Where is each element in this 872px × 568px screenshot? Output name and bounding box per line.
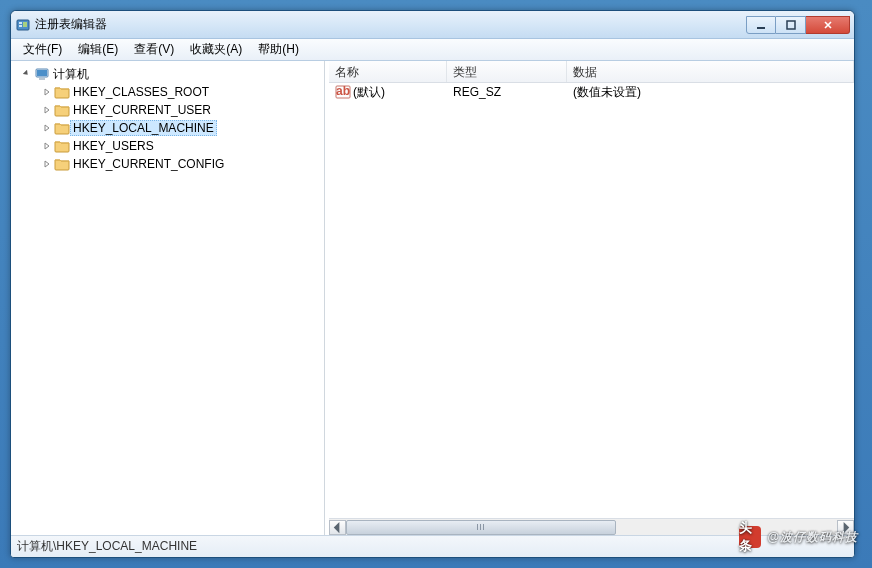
folder-icon — [54, 156, 70, 172]
registry-editor-window: 注册表编辑器 文件(F) 编辑(E) 查看(V) 收藏夹(A) 帮助(H) 计算… — [10, 10, 855, 558]
minimize-button[interactable] — [746, 16, 776, 34]
window-buttons — [746, 16, 850, 34]
window-title: 注册表编辑器 — [35, 16, 746, 33]
tree-hive-hkey-users[interactable]: HKEY_USERS — [13, 137, 322, 155]
menu-file[interactable]: 文件(F) — [15, 39, 70, 60]
menu-help[interactable]: 帮助(H) — [250, 39, 307, 60]
string-value-icon: ab — [335, 85, 351, 99]
status-path: 计算机\HKEY_LOCAL_MACHINE — [17, 538, 197, 555]
regedit-icon — [15, 17, 31, 33]
maximize-button[interactable] — [776, 16, 806, 34]
collapse-icon[interactable] — [21, 68, 33, 80]
menu-edit[interactable]: 编辑(E) — [70, 39, 126, 60]
column-type[interactable]: 类型 — [447, 61, 567, 82]
tree-root[interactable]: 计算机 — [13, 65, 322, 83]
svg-rect-7 — [37, 70, 47, 76]
list-header: 名称 类型 数据 — [329, 61, 854, 83]
list-body[interactable]: ab(默认)REG_SZ(数值未设置) — [329, 83, 854, 518]
tree-hive-hkey-local-machine[interactable]: HKEY_LOCAL_MACHINE — [13, 119, 322, 137]
horizontal-scrollbar[interactable] — [329, 518, 854, 535]
svg-rect-1 — [19, 22, 22, 24]
column-name[interactable]: 名称 — [329, 61, 447, 82]
folder-icon — [54, 120, 70, 136]
tree-hive-hkey-classes-root[interactable]: HKEY_CLASSES_ROOT — [13, 83, 322, 101]
scroll-track[interactable] — [346, 520, 837, 535]
statusbar: 计算机\HKEY_LOCAL_MACHINE — [11, 535, 854, 557]
expand-icon[interactable] — [41, 104, 53, 116]
tree-hive-hkey-current-user[interactable]: HKEY_CURRENT_USER — [13, 101, 322, 119]
tree-hive-label: HKEY_CURRENT_USER — [73, 103, 211, 117]
folder-icon — [54, 102, 70, 118]
value-name: (默认) — [353, 84, 385, 101]
value-data: (数值未设置) — [573, 84, 641, 101]
tree-hive-label: HKEY_USERS — [73, 139, 154, 153]
menu-favorites[interactable]: 收藏夹(A) — [182, 39, 250, 60]
column-data[interactable]: 数据 — [567, 61, 854, 82]
tree-hive-hkey-current-config[interactable]: HKEY_CURRENT_CONFIG — [13, 155, 322, 173]
tree-hive-label: HKEY_CLASSES_ROOT — [73, 85, 209, 99]
expand-icon[interactable] — [41, 158, 53, 170]
svg-text:ab: ab — [336, 85, 350, 98]
svg-rect-8 — [39, 78, 45, 80]
tree-hive-label: HKEY_LOCAL_MACHINE — [70, 120, 217, 136]
menubar: 文件(F) 编辑(E) 查看(V) 收藏夹(A) 帮助(H) — [11, 39, 854, 61]
expand-icon[interactable] — [41, 140, 53, 152]
titlebar[interactable]: 注册表编辑器 — [11, 11, 854, 39]
svg-rect-2 — [19, 25, 22, 27]
computer-icon — [34, 66, 50, 82]
folder-icon — [54, 84, 70, 100]
svg-rect-4 — [757, 27, 765, 29]
tree-root-label: 计算机 — [53, 66, 89, 83]
svg-rect-5 — [787, 21, 795, 29]
value-type: REG_SZ — [453, 85, 501, 99]
menu-view[interactable]: 查看(V) — [126, 39, 182, 60]
folder-icon — [54, 138, 70, 154]
expand-icon[interactable] — [41, 86, 53, 98]
expand-icon[interactable] — [41, 122, 53, 134]
scroll-left-button[interactable] — [329, 520, 346, 535]
scroll-right-button[interactable] — [837, 520, 854, 535]
close-button[interactable] — [806, 16, 850, 34]
list-pane: 名称 类型 数据 ab(默认)REG_SZ(数值未设置) — [329, 61, 854, 535]
list-row[interactable]: ab(默认)REG_SZ(数值未设置) — [329, 83, 854, 101]
content-area: 计算机 HKEY_CLASSES_ROOTHKEY_CURRENT_USERHK… — [11, 61, 854, 535]
tree-hive-label: HKEY_CURRENT_CONFIG — [73, 157, 224, 171]
scroll-thumb[interactable] — [346, 520, 616, 535]
svg-rect-3 — [23, 22, 27, 27]
tree-pane[interactable]: 计算机 HKEY_CLASSES_ROOTHKEY_CURRENT_USERHK… — [11, 61, 325, 535]
